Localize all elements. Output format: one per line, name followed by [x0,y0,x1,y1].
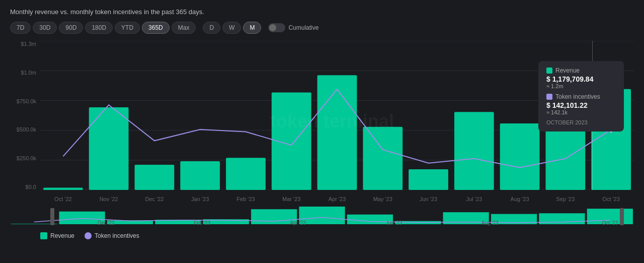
mini-x-label: Oct '23 [602,220,618,226]
mini-x-label: Jun '23 [386,220,402,226]
mini-x-label: Feb '23 [194,220,210,226]
x-axis: Oct '22Nov '22Dec '22Jan '23Feb '23Mar '… [40,190,634,202]
y-axis-label: $1.0m [10,70,40,76]
svg-rect-7 [89,107,129,190]
cumulative-toggle-container: Cumulative [268,23,318,32]
x-axis-label: Oct '22 [54,196,72,202]
svg-rect-12 [317,75,357,190]
y-axis-label: $250.0k [10,155,40,161]
legend-revenue-label: Revenue [50,232,74,239]
y-axis-label: $1.3m [10,41,40,47]
svg-rect-9 [180,161,220,190]
chart-title: Monthly revenue vs. monthly token incent… [10,8,634,16]
token-swatch [546,94,552,100]
svg-rect-8 [135,165,175,190]
tooltip-revenue-row: Revenue $ 1,179,709.84 ≈ 1.2m [546,67,616,89]
legend-token-label: Token incentives [95,232,139,239]
legend-token-swatch [85,232,92,239]
gran-btn-d[interactable]: D [203,22,220,34]
time-btn-90d[interactable]: 90D [59,22,83,34]
x-axis-label: Apr '23 [329,196,346,202]
chart-plot-area: Oct '22Nov '22Dec '22Jan '23Feb '23Mar '… [40,41,634,202]
tooltip-token-row: Token incentives $ 142,101.22 ≈ 142.1k [546,93,616,115]
mini-x-label: Apr '23 [290,220,306,226]
legend-token: Token incentives [85,232,139,239]
x-axis-label: Aug '23 [511,196,529,202]
y-axis-label: $750.0k [10,98,40,104]
svg-rect-10 [226,158,266,190]
x-axis-label: Dec '22 [145,196,164,202]
svg-rect-16 [500,123,540,190]
time-btn-ytd[interactable]: YTD [115,22,140,34]
y-axis: $1.3m$1.0m$750.0k$500.0k$250.0k$0.0 [10,41,40,202]
x-axis-label: May '23 [373,196,392,202]
revenue-swatch [546,68,552,74]
tooltip-revenue-label: Revenue [546,67,616,74]
time-button-group: 7D30D90D180DYTD365DMax [10,22,196,34]
cumulative-label: Cumulative [288,24,318,31]
gran-btn-w[interactable]: W [222,22,241,34]
tooltip-token-label: Token incentives [546,93,616,100]
controls-bar: 7D30D90D180DYTD365DMax DWM Cumulative [10,22,634,34]
granularity-button-group: DWM [203,22,261,34]
mini-x-label: Aug '23 [481,220,499,226]
x-axis-label: Oct '23 [602,196,620,202]
legend-revenue: Revenue [40,232,74,239]
x-axis-label: Sep '23 [556,196,575,202]
legend-revenue-swatch [40,232,47,239]
y-axis-label: $0.0 [10,184,40,190]
svg-rect-15 [454,112,494,190]
y-axis-label: $500.0k [10,126,40,133]
time-btn-365d[interactable]: 365D [142,22,170,34]
time-btn-180d[interactable]: 180D [85,22,113,34]
tooltip-revenue-value: $ 1,179,709.84 [546,75,616,83]
tooltip-token-approx: ≈ 142.1k [546,109,616,115]
x-axis-label: Jun '23 [420,196,437,202]
svg-rect-13 [363,127,403,190]
gran-btn-m[interactable]: M [243,22,261,34]
svg-rect-14 [409,169,448,190]
cumulative-toggle[interactable] [268,23,285,32]
time-btn-30d[interactable]: 30D [33,22,57,34]
time-btn-max[interactable]: Max [172,22,196,34]
time-btn-7d[interactable]: 7D [10,22,31,34]
tooltip-token-value: $ 142,101.22 [546,101,616,109]
chart-container: Monthly revenue vs. monthly token incent… [0,0,644,263]
tooltip-date: OCTOBER 2023 [546,119,616,125]
x-axis-label: Mar '23 [282,196,300,202]
x-axis-label: Jan '23 [191,196,209,202]
x-axis-label: Nov '22 [100,196,118,202]
mini-chart: Dec '22Feb '23Apr '23Jun '23Aug '23Oct '… [10,204,634,229]
tooltip-revenue-approx: ≈ 1.2m [546,83,616,89]
legend: Revenue Token incentives [10,232,634,239]
tooltip-box: Revenue $ 1,179,709.84 ≈ 1.2m Token ince… [538,61,624,132]
mini-x-label: Dec '22 [98,220,115,226]
x-axis-label: Jul '23 [466,196,482,202]
x-axis-label: Feb '23 [236,196,255,202]
